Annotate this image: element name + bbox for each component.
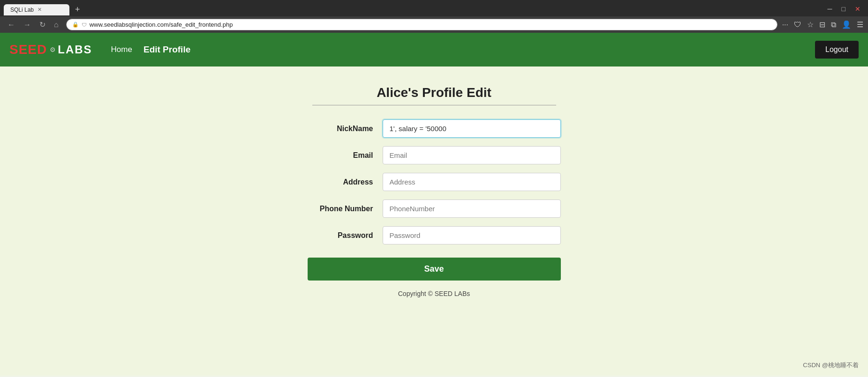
home-button[interactable]: ⌂ [51, 20, 61, 30]
email-label: Email [308, 151, 373, 160]
tab-close-icon[interactable]: ✕ [38, 7, 42, 13]
shield-icon: 🛡 [82, 22, 87, 28]
logo: SEED ⚙ LABS [9, 42, 92, 57]
nickname-input[interactable] [383, 119, 561, 138]
email-row: Email [308, 146, 561, 164]
back-button[interactable]: ← [5, 20, 18, 30]
email-input[interactable] [383, 146, 561, 164]
home-nav-link[interactable]: Home [111, 45, 132, 54]
footer-text: Copyright © SEED LABs [389, 281, 480, 307]
nickname-row: NickName [308, 119, 561, 138]
maximize-button[interactable]: □ [838, 4, 849, 14]
close-button[interactable]: ✕ [851, 4, 864, 14]
save-button[interactable]: Save [308, 258, 561, 281]
phone-input[interactable] [383, 200, 561, 218]
logo-seed-text: SEED [9, 42, 47, 57]
logo-labs-text: LABS [58, 43, 92, 56]
footer-right-text: CSDN @桃地睡不着 [803, 361, 859, 370]
phone-label: Phone Number [308, 205, 373, 213]
minimize-button[interactable]: ─ [824, 4, 836, 14]
profile-button[interactable]: 👤 [842, 20, 851, 29]
tabs-button[interactable]: ⧉ [831, 21, 836, 29]
navbar: SEED ⚙ LABS Home Edit Profile Logout [0, 33, 868, 67]
address-row: Address [308, 173, 561, 191]
new-tab-button[interactable]: + [71, 3, 84, 16]
logout-button[interactable]: Logout [815, 41, 859, 59]
collection-button[interactable]: ⊟ [819, 20, 825, 29]
menu-button[interactable]: ☰ [857, 20, 863, 29]
divider [312, 105, 556, 105]
browser-tab[interactable]: SQLi Lab ✕ [4, 4, 69, 15]
edit-profile-nav-link[interactable]: Edit Profile [143, 44, 190, 55]
nav-links: Home Edit Profile [111, 44, 191, 55]
address-bar[interactable]: 🔒 🛡 www.seedlabsqlinjection.com/safe_edi… [66, 19, 777, 30]
address-input[interactable] [383, 173, 561, 191]
profile-form: NickName Email Address Phone Number Pass… [308, 119, 561, 281]
page-title: Alice's Profile Edit [377, 85, 491, 100]
nickname-label: NickName [308, 125, 373, 133]
logo-gear-icon: ⚙ [50, 46, 56, 53]
password-input[interactable] [383, 226, 561, 244]
phone-row: Phone Number [308, 200, 561, 218]
password-row: Password [308, 226, 561, 244]
main-content: Alice's Profile Edit NickName Email Addr… [0, 67, 868, 376]
shield-action-button[interactable]: 🛡 [794, 21, 801, 29]
forward-button[interactable]: → [21, 20, 34, 30]
more-button[interactable]: ··· [782, 21, 788, 29]
star-button[interactable]: ☆ [807, 20, 814, 29]
address-label: Address [308, 178, 373, 186]
url-text: www.seedlabsqlinjection.com/safe_edit_fr… [90, 21, 771, 28]
tab-title: SQLi Lab [10, 7, 34, 13]
lock-icon: 🔒 [72, 22, 79, 28]
reload-button[interactable]: ↻ [37, 19, 48, 30]
password-label: Password [308, 231, 373, 240]
